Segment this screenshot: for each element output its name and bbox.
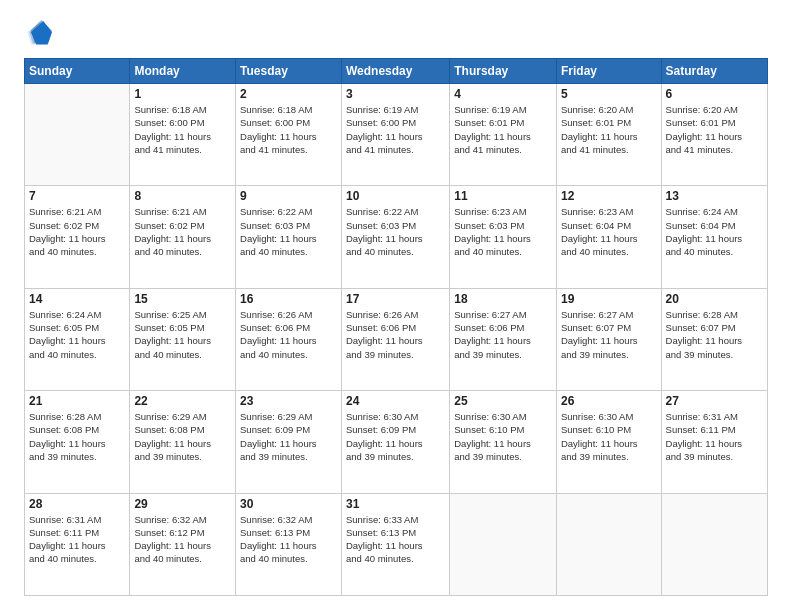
day-number: 23 (240, 394, 337, 408)
calendar-cell: 24Sunrise: 6:30 AMSunset: 6:09 PMDayligh… (341, 391, 449, 493)
day-info: Sunrise: 6:22 AMSunset: 6:03 PMDaylight:… (240, 205, 337, 258)
calendar-header-wednesday: Wednesday (341, 59, 449, 84)
calendar-cell: 27Sunrise: 6:31 AMSunset: 6:11 PMDayligh… (661, 391, 767, 493)
calendar-cell: 15Sunrise: 6:25 AMSunset: 6:05 PMDayligh… (130, 288, 236, 390)
calendar-cell: 17Sunrise: 6:26 AMSunset: 6:06 PMDayligh… (341, 288, 449, 390)
calendar-cell: 7Sunrise: 6:21 AMSunset: 6:02 PMDaylight… (25, 186, 130, 288)
day-info: Sunrise: 6:30 AMSunset: 6:10 PMDaylight:… (454, 410, 552, 463)
day-number: 28 (29, 497, 125, 511)
calendar-cell: 9Sunrise: 6:22 AMSunset: 6:03 PMDaylight… (236, 186, 342, 288)
day-number: 3 (346, 87, 445, 101)
day-info: Sunrise: 6:27 AMSunset: 6:06 PMDaylight:… (454, 308, 552, 361)
day-number: 21 (29, 394, 125, 408)
day-number: 13 (666, 189, 763, 203)
day-info: Sunrise: 6:31 AMSunset: 6:11 PMDaylight:… (29, 513, 125, 566)
calendar-header-row: SundayMondayTuesdayWednesdayThursdayFrid… (25, 59, 768, 84)
day-info: Sunrise: 6:28 AMSunset: 6:08 PMDaylight:… (29, 410, 125, 463)
day-info: Sunrise: 6:26 AMSunset: 6:06 PMDaylight:… (346, 308, 445, 361)
calendar-cell: 28Sunrise: 6:31 AMSunset: 6:11 PMDayligh… (25, 493, 130, 595)
calendar-cell: 19Sunrise: 6:27 AMSunset: 6:07 PMDayligh… (556, 288, 661, 390)
logo-icon (24, 20, 52, 48)
calendar-cell: 30Sunrise: 6:32 AMSunset: 6:13 PMDayligh… (236, 493, 342, 595)
page: SundayMondayTuesdayWednesdayThursdayFrid… (0, 0, 792, 612)
day-number: 8 (134, 189, 231, 203)
calendar-cell: 18Sunrise: 6:27 AMSunset: 6:06 PMDayligh… (450, 288, 557, 390)
day-info: Sunrise: 6:32 AMSunset: 6:13 PMDaylight:… (240, 513, 337, 566)
calendar-cell: 1Sunrise: 6:18 AMSunset: 6:00 PMDaylight… (130, 84, 236, 186)
day-number: 25 (454, 394, 552, 408)
day-number: 12 (561, 189, 657, 203)
day-info: Sunrise: 6:20 AMSunset: 6:01 PMDaylight:… (666, 103, 763, 156)
day-number: 22 (134, 394, 231, 408)
calendar-header-saturday: Saturday (661, 59, 767, 84)
calendar-cell: 6Sunrise: 6:20 AMSunset: 6:01 PMDaylight… (661, 84, 767, 186)
day-number: 15 (134, 292, 231, 306)
day-number: 16 (240, 292, 337, 306)
calendar-week-2: 7Sunrise: 6:21 AMSunset: 6:02 PMDaylight… (25, 186, 768, 288)
calendar-cell: 10Sunrise: 6:22 AMSunset: 6:03 PMDayligh… (341, 186, 449, 288)
day-info: Sunrise: 6:31 AMSunset: 6:11 PMDaylight:… (666, 410, 763, 463)
day-number: 4 (454, 87, 552, 101)
day-info: Sunrise: 6:19 AMSunset: 6:00 PMDaylight:… (346, 103, 445, 156)
calendar-cell (661, 493, 767, 595)
calendar-cell: 8Sunrise: 6:21 AMSunset: 6:02 PMDaylight… (130, 186, 236, 288)
calendar-cell: 5Sunrise: 6:20 AMSunset: 6:01 PMDaylight… (556, 84, 661, 186)
day-number: 17 (346, 292, 445, 306)
day-number: 14 (29, 292, 125, 306)
day-info: Sunrise: 6:29 AMSunset: 6:08 PMDaylight:… (134, 410, 231, 463)
calendar-week-3: 14Sunrise: 6:24 AMSunset: 6:05 PMDayligh… (25, 288, 768, 390)
calendar-cell: 11Sunrise: 6:23 AMSunset: 6:03 PMDayligh… (450, 186, 557, 288)
calendar-cell: 29Sunrise: 6:32 AMSunset: 6:12 PMDayligh… (130, 493, 236, 595)
day-info: Sunrise: 6:23 AMSunset: 6:04 PMDaylight:… (561, 205, 657, 258)
header (24, 20, 768, 48)
calendar-header-sunday: Sunday (25, 59, 130, 84)
calendar-week-1: 1Sunrise: 6:18 AMSunset: 6:00 PMDaylight… (25, 84, 768, 186)
calendar-cell: 2Sunrise: 6:18 AMSunset: 6:00 PMDaylight… (236, 84, 342, 186)
day-number: 5 (561, 87, 657, 101)
calendar-cell: 16Sunrise: 6:26 AMSunset: 6:06 PMDayligh… (236, 288, 342, 390)
calendar-week-4: 21Sunrise: 6:28 AMSunset: 6:08 PMDayligh… (25, 391, 768, 493)
calendar-header-thursday: Thursday (450, 59, 557, 84)
calendar-cell (450, 493, 557, 595)
day-number: 1 (134, 87, 231, 101)
day-number: 7 (29, 189, 125, 203)
calendar-cell: 12Sunrise: 6:23 AMSunset: 6:04 PMDayligh… (556, 186, 661, 288)
day-info: Sunrise: 6:30 AMSunset: 6:10 PMDaylight:… (561, 410, 657, 463)
logo (24, 20, 56, 48)
day-info: Sunrise: 6:19 AMSunset: 6:01 PMDaylight:… (454, 103, 552, 156)
calendar-cell: 13Sunrise: 6:24 AMSunset: 6:04 PMDayligh… (661, 186, 767, 288)
day-number: 2 (240, 87, 337, 101)
day-info: Sunrise: 6:32 AMSunset: 6:12 PMDaylight:… (134, 513, 231, 566)
day-number: 20 (666, 292, 763, 306)
day-number: 9 (240, 189, 337, 203)
day-info: Sunrise: 6:21 AMSunset: 6:02 PMDaylight:… (134, 205, 231, 258)
calendar-cell: 23Sunrise: 6:29 AMSunset: 6:09 PMDayligh… (236, 391, 342, 493)
calendar-header-tuesday: Tuesday (236, 59, 342, 84)
day-info: Sunrise: 6:26 AMSunset: 6:06 PMDaylight:… (240, 308, 337, 361)
day-number: 19 (561, 292, 657, 306)
calendar-header-monday: Monday (130, 59, 236, 84)
calendar-cell: 3Sunrise: 6:19 AMSunset: 6:00 PMDaylight… (341, 84, 449, 186)
day-number: 29 (134, 497, 231, 511)
day-info: Sunrise: 6:28 AMSunset: 6:07 PMDaylight:… (666, 308, 763, 361)
calendar-cell: 25Sunrise: 6:30 AMSunset: 6:10 PMDayligh… (450, 391, 557, 493)
calendar-cell (25, 84, 130, 186)
day-info: Sunrise: 6:18 AMSunset: 6:00 PMDaylight:… (134, 103, 231, 156)
calendar-cell (556, 493, 661, 595)
day-info: Sunrise: 6:33 AMSunset: 6:13 PMDaylight:… (346, 513, 445, 566)
day-number: 6 (666, 87, 763, 101)
day-info: Sunrise: 6:23 AMSunset: 6:03 PMDaylight:… (454, 205, 552, 258)
calendar-week-5: 28Sunrise: 6:31 AMSunset: 6:11 PMDayligh… (25, 493, 768, 595)
day-info: Sunrise: 6:21 AMSunset: 6:02 PMDaylight:… (29, 205, 125, 258)
day-number: 10 (346, 189, 445, 203)
day-info: Sunrise: 6:27 AMSunset: 6:07 PMDaylight:… (561, 308, 657, 361)
day-number: 11 (454, 189, 552, 203)
day-info: Sunrise: 6:29 AMSunset: 6:09 PMDaylight:… (240, 410, 337, 463)
day-number: 24 (346, 394, 445, 408)
day-info: Sunrise: 6:24 AMSunset: 6:04 PMDaylight:… (666, 205, 763, 258)
day-number: 30 (240, 497, 337, 511)
calendar-cell: 26Sunrise: 6:30 AMSunset: 6:10 PMDayligh… (556, 391, 661, 493)
calendar-cell: 31Sunrise: 6:33 AMSunset: 6:13 PMDayligh… (341, 493, 449, 595)
calendar-header-friday: Friday (556, 59, 661, 84)
calendar-cell: 21Sunrise: 6:28 AMSunset: 6:08 PMDayligh… (25, 391, 130, 493)
